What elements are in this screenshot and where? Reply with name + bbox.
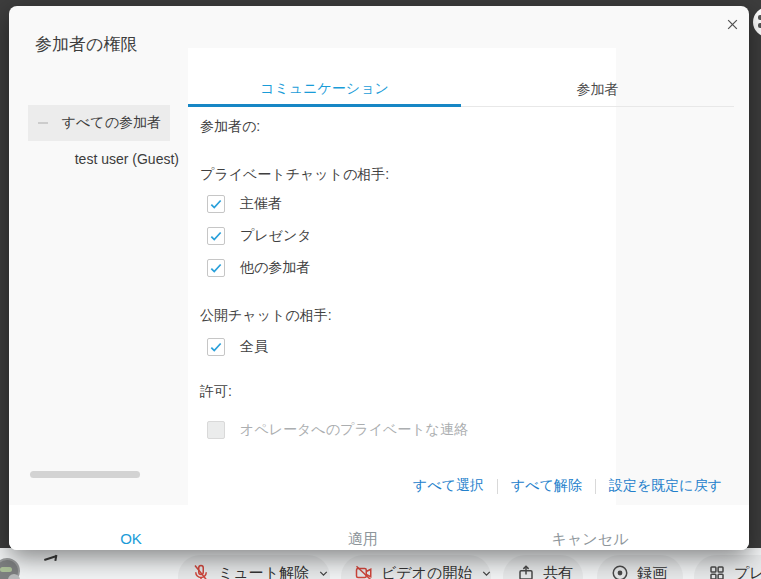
- select-all-link[interactable]: すべて選択: [413, 477, 484, 495]
- check-icon: [209, 340, 223, 354]
- participant-privileges-dialog: 参加者の権限 すべての参加者 test user (Guest) コミュニケーシ…: [9, 6, 749, 550]
- checkbox-disabled: [207, 421, 225, 439]
- layout-label-partial: プレ: [734, 564, 761, 579]
- horizontal-scrollbar-thumb[interactable]: [30, 471, 140, 478]
- divider: [497, 479, 498, 494]
- check-icon: [209, 261, 223, 275]
- checkbox-label: プレゼンタ: [240, 227, 312, 245]
- tab-communication[interactable]: コミュニケーション: [188, 74, 461, 107]
- check-icon: [209, 229, 223, 243]
- sidebar-item-label: すべての参加者: [62, 114, 161, 132]
- sidebar-item-guest-user[interactable]: test user (Guest): [28, 141, 180, 177]
- meeting-control-bar: ミュート解除 ビデオの開始 共有 録画: [0, 548, 761, 579]
- video-off-icon: [355, 564, 373, 579]
- public-chat-label: 公開チャットの相手:: [200, 307, 332, 325]
- apply-button[interactable]: 適用: [348, 530, 378, 549]
- start-video-button[interactable]: ビデオの開始: [341, 555, 491, 579]
- checkbox-label: 他の参加者: [240, 259, 310, 277]
- layout-button[interactable]: プレ: [694, 555, 761, 579]
- record-button[interactable]: 録画: [597, 555, 683, 579]
- divider: [595, 479, 596, 494]
- cancel-button[interactable]: キャンセル: [552, 530, 629, 549]
- checkbox-row-host[interactable]: 主催者: [207, 195, 282, 213]
- sidebar-item-label: test user (Guest): [75, 151, 179, 167]
- checkbox-label: オペレータへのプライベートな連絡: [240, 421, 468, 439]
- cursor-mark: [44, 555, 57, 561]
- close-button[interactable]: [723, 15, 741, 33]
- tab-participants[interactable]: 参加者: [461, 74, 734, 107]
- chevron-down-icon[interactable]: [317, 567, 330, 579]
- checkbox-label: 主催者: [240, 195, 282, 213]
- tab-bar: コミュニケーション 参加者: [188, 74, 734, 107]
- avatar-badge: [8, 574, 20, 579]
- close-icon: [726, 18, 739, 31]
- share-label: 共有: [543, 564, 573, 579]
- mic-off-icon: [192, 564, 210, 579]
- sidebar-item-all-participants[interactable]: すべての参加者: [28, 105, 170, 141]
- unmute-button[interactable]: ミュート解除: [178, 555, 330, 579]
- checkbox-label: 全員: [240, 338, 268, 356]
- reset-defaults-link[interactable]: 設定を既定に戻す: [609, 477, 722, 495]
- ok-button[interactable]: OK: [120, 530, 142, 547]
- start-video-label: ビデオの開始: [381, 564, 472, 579]
- tree-collapse-icon[interactable]: [38, 122, 48, 124]
- chevron-down-icon[interactable]: [480, 567, 493, 579]
- dialog-title: 参加者の権限: [35, 33, 137, 56]
- share-icon: [517, 564, 535, 579]
- checkbox-checked[interactable]: [207, 259, 225, 277]
- allow-label: 許可:: [200, 383, 232, 401]
- private-chat-label: プライベートチャットの相手:: [200, 166, 389, 184]
- checkbox-row-operator-private-contact: オペレータへのプライベートな連絡: [207, 421, 468, 439]
- check-icon: [209, 197, 223, 211]
- checkbox-row-everyone[interactable]: 全員: [207, 338, 268, 356]
- checkbox-row-presenter[interactable]: プレゼンタ: [207, 227, 312, 245]
- share-button[interactable]: 共有: [503, 555, 583, 579]
- clear-all-link[interactable]: すべて解除: [511, 477, 582, 495]
- checkbox-checked[interactable]: [207, 227, 225, 245]
- grid-icon: [708, 564, 726, 579]
- link-row: すべて選択 すべて解除 設定を既定に戻す: [413, 477, 722, 495]
- checkbox-row-other-participants[interactable]: 他の参加者: [207, 259, 310, 277]
- edge-floating-button[interactable]: [753, 7, 761, 37]
- record-icon: [611, 564, 629, 579]
- checkbox-checked[interactable]: [207, 338, 225, 356]
- participant-of-label: 参加者の:: [200, 118, 260, 136]
- unmute-label: ミュート解除: [218, 564, 309, 579]
- record-label: 録画: [637, 564, 667, 579]
- checkbox-checked[interactable]: [207, 195, 225, 213]
